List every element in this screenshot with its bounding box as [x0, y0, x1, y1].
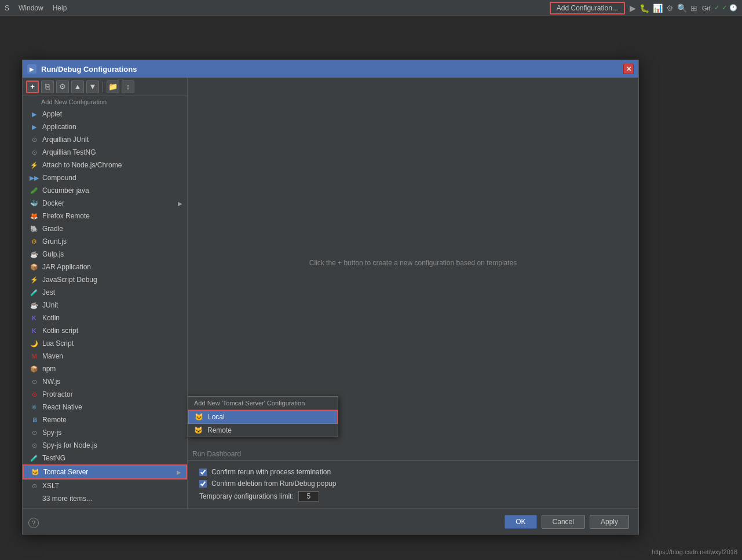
git-check2[interactable]: ✓	[722, 4, 727, 12]
dialog-title: Run/Debug Configurations	[41, 65, 619, 74]
nw-label: NW.js	[42, 378, 182, 386]
submenu-local-label: Local	[208, 413, 225, 421]
cancel-button[interactable]: Cancel	[542, 515, 585, 529]
config-item-gruntjs[interactable]: ⚙ Grunt.js	[23, 235, 187, 248]
checkbox-rerun-label: Confirm rerun with process termination	[211, 468, 331, 476]
temp-config-row: Temporary configurations limit:	[199, 491, 627, 502]
config-item-spy-js[interactable]: ⊙ Spy-js	[23, 426, 187, 439]
dialog-close-button[interactable]: ✕	[623, 64, 634, 74]
config-item-arquillian-testng[interactable]: ⊙ Arquillian TestNG	[23, 146, 187, 159]
config-item-nwjs[interactable]: ⊙ NW.js	[23, 375, 187, 388]
right-bottom: Confirm rerun with process termination C…	[188, 460, 638, 508]
run-dashboard[interactable]: Run Dashboard	[188, 448, 638, 460]
config-item-xslt[interactable]: ⊙ XSLT	[23, 480, 187, 492]
junit-icon: ☕	[30, 301, 39, 310]
git-check1[interactable]: ✓	[714, 4, 719, 12]
config-item-more[interactable]: 33 more items...	[23, 492, 187, 505]
submenu-item-remote[interactable]: 🐱 Remote	[188, 424, 338, 437]
xslt-label: XSLT	[42, 482, 182, 490]
config-item-protractor[interactable]: ⊙ Protractor	[23, 388, 187, 401]
config-item-firefox-remote[interactable]: 🦊 Firefox Remote	[23, 210, 187, 222]
config-item-kotlin-script[interactable]: K Kotlin script	[23, 324, 187, 337]
ide-background: ▶ Run/Debug Configurations ✕ + ⎘ ⚙ ▲ ▼ 📁…	[0, 16, 742, 560]
coverage-icon[interactable]: 📊	[653, 3, 663, 13]
menu-bar: S Window Help	[5, 4, 67, 12]
run-icon[interactable]: ▶	[630, 3, 636, 13]
submenu-remote-label: Remote	[207, 426, 232, 434]
search-icon[interactable]: 🔍	[677, 3, 687, 13]
add-new-config-button[interactable]: +	[26, 80, 39, 93]
cucumber-icon: 🥒	[30, 186, 39, 195]
lua-label: Lua Script	[42, 339, 182, 347]
settings-button[interactable]: ⚙	[56, 80, 69, 93]
checkbox-deletion-label: Confirm deletion from Run/Debug popup	[211, 480, 336, 488]
checkbox-rerun-row: Confirm rerun with process termination	[199, 468, 627, 476]
help-icon[interactable]: ?	[28, 518, 39, 528]
config-item-lua-script[interactable]: 🌙 Lua Script	[23, 337, 187, 350]
git-clock-icon[interactable]: 🕐	[729, 4, 737, 12]
application-label: Application	[42, 123, 182, 131]
config-item-remote[interactable]: 🖥 Remote	[23, 413, 187, 426]
gradle-icon: 🐘	[30, 224, 39, 233]
folder-button[interactable]: 📁	[107, 80, 119, 93]
temp-config-input[interactable]	[298, 491, 319, 502]
npm-label: npm	[42, 365, 182, 373]
menu-window[interactable]: Window	[19, 4, 43, 12]
config-item-kotlin[interactable]: K Kotlin	[23, 312, 187, 324]
config-item-tomcat-server[interactable]: 🐱 Tomcat Server ▶	[23, 464, 187, 480]
config-item-gulpjs[interactable]: ☕ Gulp.js	[23, 248, 187, 261]
tomcat-label: Tomcat Server	[43, 468, 173, 476]
maven-label: Maven	[42, 352, 182, 360]
menu-help[interactable]: Help	[53, 4, 67, 12]
apply-button[interactable]: Apply	[590, 515, 629, 529]
ok-button[interactable]: OK	[505, 515, 536, 529]
config-item-docker[interactable]: 🐳 Docker ▶	[23, 197, 187, 210]
config-item-javascript-debug[interactable]: ⚡ JavaScript Debug	[23, 273, 187, 286]
sort-button[interactable]: ↕	[122, 80, 134, 93]
config-item-spy-js-nodejs[interactable]: ⊙ Spy-js for Node.js	[23, 439, 187, 452]
submenu-item-local[interactable]: 🐱 Local	[188, 410, 338, 424]
copy-config-button[interactable]: ⎘	[41, 80, 54, 93]
react-label: React Native	[42, 403, 182, 411]
nw-icon: ⊙	[30, 377, 39, 386]
config-item-attach-nodejs[interactable]: ⚡ Attach to Node.js/Chrome	[23, 159, 187, 171]
config-item-applet[interactable]: ▶ Applet	[23, 108, 187, 120]
config-item-junit[interactable]: ☕ JUnit	[23, 299, 187, 312]
config-item-npm[interactable]: 📦 npm	[23, 363, 187, 375]
gulp-label: Gulp.js	[42, 250, 182, 258]
git-area: Git: ✓ ✓ 🕐	[702, 4, 737, 12]
checkbox-deletion[interactable]	[199, 480, 207, 488]
move-down-button[interactable]: ▼	[86, 80, 99, 93]
left-panel: + ⎘ ⚙ ▲ ▼ 📁 ↕ Add New Configuration ▶ Ap…	[23, 78, 188, 508]
config-item-jest[interactable]: 🧪 Jest	[23, 286, 187, 299]
checkbox-rerun[interactable]	[199, 469, 207, 476]
profile-icon[interactable]: ⚙	[666, 3, 674, 13]
arquillian-testng-label: Arquillian TestNG	[42, 148, 182, 156]
menu-s[interactable]: S	[5, 4, 9, 12]
testng-label: TestNG	[42, 454, 182, 462]
config-item-compound[interactable]: ▶▶ Compound	[23, 171, 187, 184]
attach-nodejs-icon: ⚡	[30, 160, 39, 170]
config-item-jar-application[interactable]: 📦 JAR Application	[23, 261, 187, 273]
kotlin-icon: K	[30, 313, 39, 323]
applet-icon: ▶	[30, 109, 39, 119]
arquillian-junit-icon: ⊙	[30, 135, 39, 144]
config-item-application[interactable]: ▶ Application	[23, 120, 187, 133]
config-item-gradle[interactable]: 🐘 Gradle	[23, 222, 187, 235]
grunt-label: Grunt.js	[42, 237, 182, 246]
add-configuration-button[interactable]: Add Configuration...	[550, 2, 625, 14]
arquillian-junit-label: Arquillian JUnit	[42, 136, 182, 144]
jar-label: JAR Application	[42, 263, 182, 271]
config-item-cucumber-java[interactable]: 🥒 Cucumber java	[23, 184, 187, 197]
remote-icon: 🖥	[30, 415, 39, 424]
debug-icon[interactable]: 🐛	[639, 3, 649, 13]
config-item-testng[interactable]: 🧪 TestNG	[23, 452, 187, 464]
config-item-react-native[interactable]: ⚛ React Native	[23, 401, 187, 413]
bookmark-icon[interactable]: ⊞	[690, 3, 697, 13]
config-item-maven[interactable]: M Maven	[23, 350, 187, 363]
move-up-button[interactable]: ▲	[71, 80, 84, 93]
config-item-arquillian-junit[interactable]: ⊙ Arquillian JUnit	[23, 133, 187, 146]
kotlin-script-label: Kotlin script	[42, 327, 182, 335]
xslt-icon: ⊙	[30, 481, 39, 491]
dialog-body: + ⎘ ⚙ ▲ ▼ 📁 ↕ Add New Configuration ▶ Ap…	[23, 78, 638, 508]
